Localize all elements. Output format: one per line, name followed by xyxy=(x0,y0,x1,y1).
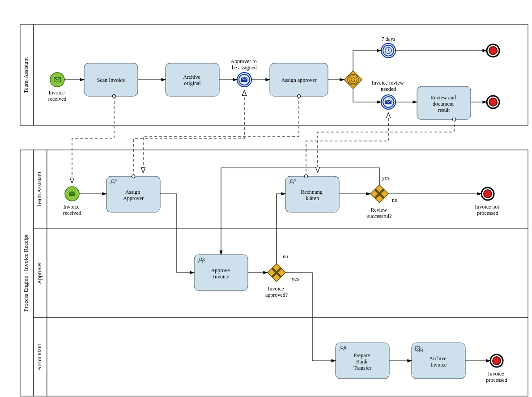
task-archive-invoice: Archive Invoice xyxy=(412,343,465,379)
task-approve-invoice: Approve Invoice xyxy=(194,255,248,290)
svg-text:Approve
      Invoice: Approve Invoice xyxy=(211,267,231,280)
task-review-document-result: Review and document result xyxy=(417,86,471,120)
svg-text:Invoice
      processed: Invoice processed xyxy=(486,371,507,383)
svg-point-39 xyxy=(489,98,497,106)
end-event-terminate-2 xyxy=(487,96,499,108)
svg-text:Archive
      original: Archive original xyxy=(183,74,202,86)
svg-text:Invoice
      approved?: Invoice approved? xyxy=(265,286,288,298)
svg-point-37 xyxy=(489,47,497,55)
svg-point-12 xyxy=(50,73,64,87)
label-yes: yes xyxy=(382,175,389,181)
svg-text:Review
      successful?: Review successful? xyxy=(367,207,392,219)
svg-text:7 days: 7 days xyxy=(382,36,396,42)
label-yes: yes xyxy=(292,276,299,282)
svg-text:Assign approver: Assign approver xyxy=(281,77,317,83)
svg-text:Archive
      Invoice: Archive Invoice xyxy=(429,355,448,368)
task-archive-original: Archive original xyxy=(166,63,219,96)
svg-text:Accountant: Accountant xyxy=(36,344,43,371)
label-no: no xyxy=(283,253,288,260)
pool-process-engine: Process Engine - Invoice Receipt xyxy=(20,150,34,396)
svg-point-60 xyxy=(484,190,492,198)
bpmn-diagram: Team-Assistant Invoice received Scan Inv… xyxy=(9,9,532,397)
svg-text:Approver: Approver xyxy=(36,261,43,284)
svg-text:Scan Invoice: Scan Invoice xyxy=(97,77,125,83)
svg-text:Invoice not
      processed: Invoice not processed xyxy=(475,204,500,216)
svg-rect-45 xyxy=(47,228,528,318)
pool-label: Process Engine - Invoice Receipt xyxy=(22,234,29,312)
task-scan-invoice: Scan Invoice xyxy=(84,63,138,96)
svg-text:Prepare
      Bank
      Trans: Prepare Bank Transfer xyxy=(353,352,371,371)
svg-text:Assign
      Approver: Assign Approver xyxy=(123,189,144,201)
task-assign-approver-top: Assign approver xyxy=(270,63,328,96)
svg-text:Invoice
      received: Invoice received xyxy=(63,204,81,216)
svg-point-71 xyxy=(493,357,501,365)
task-prepare-bank-transfer: Prepare Bank Transfer xyxy=(336,343,389,379)
svg-text:Invoice
      received: Invoice received xyxy=(48,90,67,102)
task-assign-approver-bottom: Assign Approver xyxy=(106,176,160,212)
svg-text:Team Assistant: Team Assistant xyxy=(36,171,43,207)
svg-text:Approver to
      be assigned: Approver to be assigned xyxy=(230,58,258,71)
pool-label: Team-Assistant xyxy=(22,57,29,93)
label-no: no xyxy=(392,197,397,203)
end-event-terminate-1 xyxy=(487,44,499,57)
event-timer-7-days: 7 days xyxy=(381,36,396,58)
task-rechnung-klaeren: Rechnung klären xyxy=(285,176,339,212)
